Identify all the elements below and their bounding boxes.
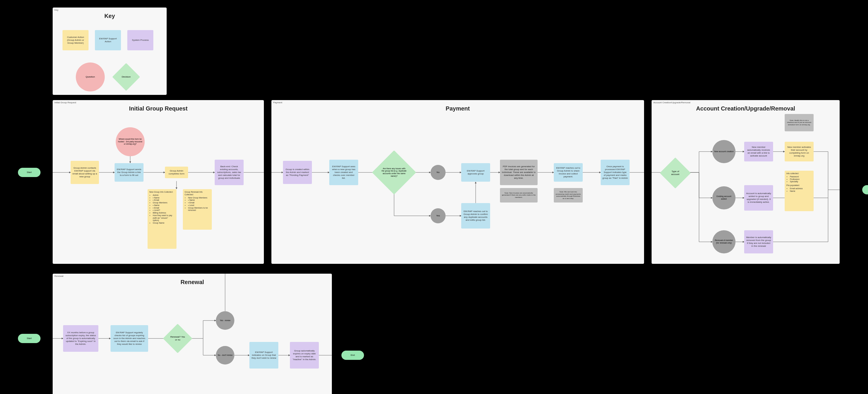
acc-new-email: New member automatically receives an ema… <box>744 142 773 161</box>
key-customer: Customer Action (Group Admin or Group Me… <box>62 30 89 50</box>
ren-indicate-no: EM:RAP Support indicates on Group that t… <box>249 342 278 368</box>
panel-title: Key <box>53 13 167 20</box>
ren-end: End <box>341 351 364 360</box>
key-question: Question <box>76 63 105 91</box>
ren-yes-circle: Yes - renew <box>216 311 235 330</box>
igr-backend: Back-end: Check existing accounts, subsc… <box>215 160 244 185</box>
pay-no: No <box>431 165 445 180</box>
arrows <box>271 100 644 264</box>
key-support: EM:RAP Support Action <box>95 30 121 50</box>
ren-support-check: EM:RAP Support regularly checks list of … <box>111 325 148 352</box>
key-decision: Decision <box>112 63 140 91</box>
ren-start: Start <box>18 334 40 343</box>
pay-mark-paid: Once payment is processed EM:RAP Support… <box>601 160 629 185</box>
ren-no-circle: No - don't renew <box>216 346 235 364</box>
panel-label: Account Creation/Upgrade/Removal <box>653 101 690 104</box>
panel-label: Renewal <box>54 275 63 277</box>
panel-title: Renewal <box>53 279 332 286</box>
acc-info-collected: Info collected: PasswordProfessionSpecia… <box>785 171 814 211</box>
panel-title: Payment <box>271 105 644 112</box>
igr-contact: Group Admin contacts EM:RAP support via … <box>71 161 99 184</box>
igr-new-info: New Group Info Collected: Admin• Name• E… <box>148 189 177 249</box>
panel-label: Key <box>54 9 58 11</box>
pay-yes: Yes <box>431 208 445 223</box>
panel-renewal: Renewal Renewal XX months before a group… <box>53 274 332 394</box>
igr-start: Start <box>18 168 40 177</box>
acc-new-circle: New account creation <box>712 140 736 163</box>
igr-question: Where would this form be hosted - 3rd pa… <box>116 127 145 156</box>
panel-key: Key Key Customer Action (Group Admin or … <box>53 7 167 95</box>
acc-remove-circle: Removal of member (for renewal only) <box>712 230 736 254</box>
igr-send-form: EM:RAP Support sends the Group Admin a l… <box>115 163 144 182</box>
igr-complete-form: Group Admin completes form <box>165 167 188 178</box>
pay-note-pdf: PDF invoices are generated for the total… <box>500 160 537 185</box>
pay-group-created: Group is created within the Admin and ma… <box>283 161 312 184</box>
pay-note-braintree: Note: We can look into processing credit… <box>554 188 583 202</box>
panel-title: Account Creation/Upgrade/Removal <box>652 105 840 112</box>
pay-issues-decision: Are there any issues with the group list… <box>372 151 416 195</box>
panel-account: Account Creation/Upgrade/Removal Account… <box>652 100 840 264</box>
panel-label: Payment <box>273 101 282 104</box>
key-system: System Process <box>127 30 153 50</box>
pay-approve: EM:RAP Support approves group <box>461 163 490 182</box>
panel-initial-group-request: Initial Group Request Initial Group Requ… <box>53 100 264 264</box>
ren-expire: Group automatically expires on expiry da… <box>290 342 319 368</box>
ren-decision: Renewal? Yes or no <box>163 324 192 353</box>
panel-label: Initial Group Request <box>54 101 76 104</box>
pay-reach-duplicates: EM:RAP reaches out to Group Admin to con… <box>461 203 490 229</box>
acc-type-decision: Type of account <box>660 157 691 188</box>
acc-remove-member: Member is automatically removed from the… <box>744 230 773 254</box>
pay-support-checks: EM:RAP Support sees when a new group has… <box>329 160 358 185</box>
panel-payment: Payment Payment Group is created within … <box>271 100 644 264</box>
pay-note-regen: Note: New invoices are automatically gen… <box>500 188 537 202</box>
acc-exist-upgrade: Account is automatically added to group … <box>744 185 773 210</box>
acc-new-activates: New member activates their account by co… <box>785 142 814 161</box>
acc-note-ideally: Note: Ideally this is not a checkout and… <box>785 114 814 131</box>
acc-end: End <box>862 185 868 194</box>
igr-renew-info: Group Renewal Info Collected: New Group … <box>183 189 212 230</box>
acc-exist-circle: Existing account added <box>712 186 736 209</box>
panel-title: Initial Group Request <box>53 105 264 112</box>
ren-expiring: XX months before a group subscription ex… <box>63 325 98 352</box>
pay-collect-payment: EM:RAP reaches out to Group Admin to sha… <box>554 163 583 182</box>
